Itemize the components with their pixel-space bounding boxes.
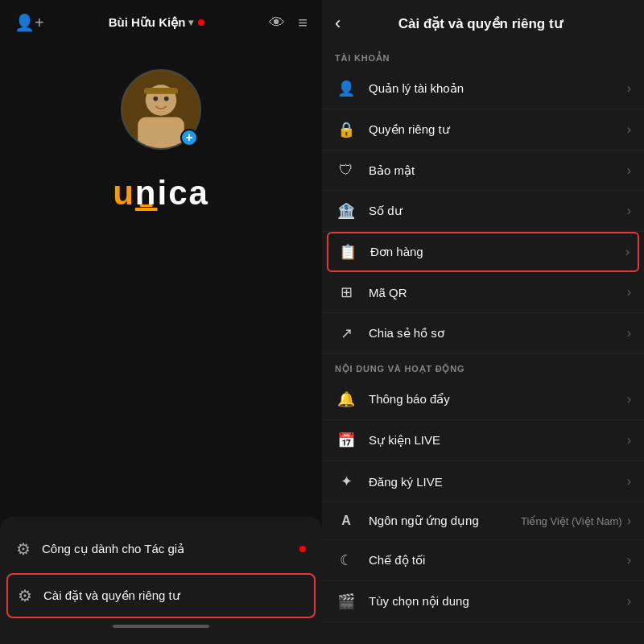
section-label-account: TÀI KHOẢN: [322, 43, 644, 68]
logo-a: a: [188, 174, 208, 212]
balance-icon: 🏦: [335, 202, 357, 220]
setting-live-events[interactable]: 📅 Sự kiện LIVE ›: [322, 420, 644, 461]
setting-content-options[interactable]: 🎬 Tùy chọn nội dung ›: [322, 581, 644, 622]
setting-qr[interactable]: ⊞ Mã QR ›: [322, 272, 644, 313]
settings-icon: ⚙: [18, 586, 32, 605]
avatar-area: +: [0, 69, 322, 150]
content-options-chevron: ›: [627, 594, 631, 609]
manage-account-label: Quản lý tài khoản: [369, 81, 627, 96]
avatar-add-icon[interactable]: +: [180, 129, 198, 147]
settings-scroll[interactable]: TÀI KHOẢN 👤 Quản lý tài khoản › 🔒 Quyền …: [322, 43, 644, 644]
left-top-bar: 👤+ Bùi Hữu Kiện ▾ 👁 ≡: [0, 0, 322, 45]
live-events-label: Sự kiện LIVE: [369, 433, 627, 448]
share-profile-chevron: ›: [627, 326, 631, 341]
content-options-label: Tùy chọn nội dung: [369, 594, 627, 609]
language-label: Ngôn ngữ ứng dụng: [369, 514, 521, 528]
manage-account-chevron: ›: [627, 81, 631, 96]
setting-notifications[interactable]: 🔔 Thông báo đẩy ›: [322, 379, 644, 420]
right-title: Cài đặt và quyền riêng tư: [353, 15, 607, 32]
notifications-chevron: ›: [627, 392, 631, 407]
logo-i: i: [157, 174, 168, 212]
unica-logo: unica: [113, 174, 209, 213]
home-indicator: [113, 625, 209, 628]
dark-mode-chevron: ›: [627, 553, 631, 568]
username-chevron: ▾: [188, 17, 193, 28]
qr-chevron: ›: [627, 285, 631, 299]
qr-icon: ⊞: [335, 283, 357, 301]
notifications-label: Thông báo đẩy: [369, 392, 627, 407]
qr-label: Mã QR: [369, 286, 627, 299]
menu-item-settings-label: Cài đặt và quyền riêng tư: [43, 588, 180, 603]
security-label: Bảo mật: [369, 163, 627, 178]
setting-dark-mode[interactable]: ☾ Chế độ tối ›: [322, 540, 644, 581]
menu-icon[interactable]: ≡: [298, 14, 308, 32]
privacy-label: Quyền riêng tư: [369, 122, 627, 137]
notifications-icon: 🔔: [335, 390, 357, 408]
live-events-icon: 📅: [335, 431, 357, 449]
tools-notification-dot: [299, 546, 306, 552]
balance-label: Số dư: [369, 204, 627, 218]
privacy-chevron: ›: [627, 122, 631, 137]
right-header: ‹ Cài đặt và quyền riêng tư: [322, 0, 644, 43]
manage-account-icon: 👤: [335, 80, 357, 97]
share-profile-icon: ↗: [335, 324, 357, 342]
tools-icon: ⚙: [16, 539, 31, 559]
menu-item-tools[interactable]: ⚙ Công cụ dành cho Tác giả: [0, 526, 322, 572]
svg-rect-2: [138, 118, 184, 150]
setting-privacy[interactable]: 🔒 Quyền riêng tư ›: [322, 109, 644, 151]
eye-icon[interactable]: 👁: [269, 14, 285, 32]
language-chevron: ›: [627, 514, 631, 528]
balance-chevron: ›: [627, 204, 631, 218]
setting-orders[interactable]: 📋 Đơn hàng ›: [327, 232, 639, 272]
privacy-icon: 🔒: [335, 121, 357, 138]
setting-balance[interactable]: 🏦 Số dư ›: [322, 191, 644, 232]
bottom-menu: ⚙ Công cụ dành cho Tác giả ⚙ Cài đặt và …: [0, 517, 322, 644]
setting-live-register[interactable]: ✦ Đăng ký LIVE ›: [322, 461, 644, 502]
orders-label: Đơn hàng: [370, 245, 625, 259]
svg-point-3: [153, 97, 158, 101]
language-value: Tiếng Việt (Việt Nam): [521, 515, 622, 527]
live-register-chevron: ›: [627, 474, 631, 489]
share-profile-label: Chia sẻ hồ sơ: [369, 326, 627, 341]
username-label: Bùi Hữu Kiện: [109, 15, 186, 30]
dark-mode-label: Chế độ tối: [369, 553, 627, 568]
setting-share-profile[interactable]: ↗ Chia sẻ hồ sơ ›: [322, 313, 644, 354]
add-user-icon[interactable]: 👤+: [14, 13, 44, 32]
svg-rect-5: [144, 88, 178, 94]
logo-c: c: [168, 174, 188, 212]
logo-u: u: [113, 174, 135, 212]
setting-manage-account[interactable]: 👤 Quản lý tài khoản ›: [322, 68, 644, 109]
orders-chevron: ›: [625, 245, 630, 259]
notification-dot: [198, 19, 204, 26]
svg-point-4: [164, 97, 169, 101]
logo-area: unica: [0, 174, 322, 213]
menu-item-settings[interactable]: ⚙ Cài đặt và quyền riêng tư: [6, 573, 316, 618]
security-icon: 🛡: [335, 162, 357, 179]
avatar-wrapper: +: [121, 69, 201, 150]
live-events-chevron: ›: [627, 433, 631, 448]
username-area: Bùi Hữu Kiện ▾: [109, 15, 205, 30]
setting-security[interactable]: 🛡 Bảo mật ›: [322, 151, 644, 191]
menu-item-tools-label: Công cụ dành cho Tác giả: [42, 542, 184, 556]
logo-n: n: [135, 174, 158, 212]
orders-icon: 📋: [336, 243, 359, 261]
right-panel: ‹ Cài đặt và quyền riêng tư TÀI KHOẢN 👤 …: [322, 0, 644, 644]
live-register-label: Đăng ký LIVE: [369, 475, 627, 489]
language-icon: A: [335, 514, 357, 528]
dark-mode-icon: ☾: [335, 551, 357, 569]
security-chevron: ›: [627, 163, 631, 178]
left-panel: 👤+ Bùi Hữu Kiện ▾ 👁 ≡: [0, 0, 322, 644]
content-options-icon: 🎬: [335, 592, 357, 610]
live-register-icon: ✦: [335, 473, 357, 490]
setting-language[interactable]: A Ngôn ngữ ứng dụng Tiếng Việt (Việt Nam…: [322, 502, 644, 540]
section-label-content: NỘI DUNG VÀ HOẠT ĐỘNG: [322, 354, 644, 379]
back-button[interactable]: ‹: [335, 13, 341, 34]
